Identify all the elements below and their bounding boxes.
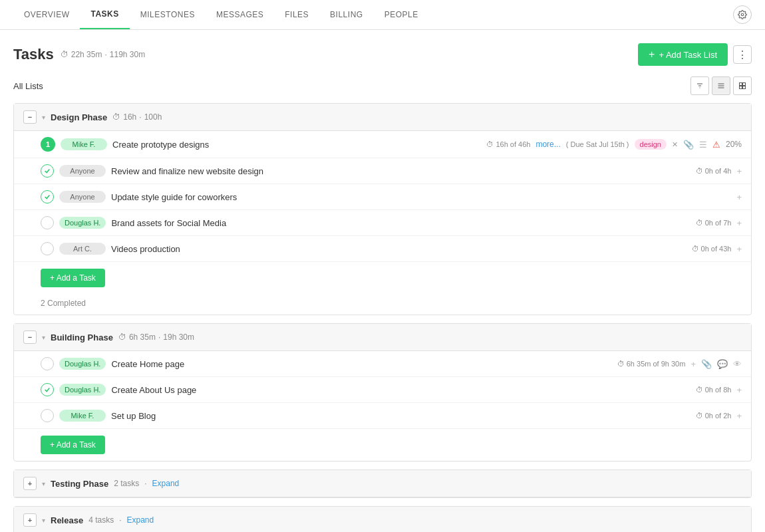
testing-phase-section: + ▾ Testing Phase 2 tasks · Expand [13, 469, 752, 498]
task-time: ⏱ 0h of 2h [696, 412, 732, 420]
completed-area: 2 Completed [14, 294, 751, 315]
task-row: 1 Mike F. Create prototype designs ⏱ 16h… [14, 131, 751, 158]
assignee-badge[interactable]: Anyone [59, 165, 106, 177]
building-phase-meta: ⏱ 6h 35m · 19h 30m [118, 332, 194, 342]
add-time-icon[interactable]: + [736, 385, 742, 395]
task-count: 4 tasks [88, 515, 114, 525]
clock-icon-xs: ⏱ [486, 140, 494, 148]
completed-label[interactable]: 2 Completed [41, 299, 86, 308]
all-lists-bar: All Lists [13, 76, 752, 95]
assignee-badge[interactable]: Anyone [59, 191, 106, 203]
time-tracked: 22h 35m [71, 50, 102, 59]
task-progress: 20% [726, 140, 742, 149]
tasks-meta: ⏱ 22h 35m · 119h 30m [61, 50, 145, 59]
add-task-list-button[interactable]: + + Add Task List [638, 43, 728, 66]
task-name[interactable]: Update style guide for coworkers [111, 192, 731, 202]
nav-milestones[interactable]: MILESTONES [130, 1, 206, 29]
more-options-button[interactable]: ⋮ [733, 45, 752, 64]
release-section: + ▾ Release 4 tasks · Expand [13, 506, 752, 532]
time-total: 119h 30m [110, 50, 145, 59]
task-name[interactable]: Brand assets for Social Media [111, 218, 690, 228]
task-checkbox[interactable] [41, 216, 54, 229]
settings-icon[interactable] [733, 5, 752, 24]
svg-point-0 [741, 13, 744, 16]
assignee-badge[interactable]: Douglas H. [59, 217, 106, 229]
assignee-badge[interactable]: Mike F. [59, 410, 106, 422]
chevron-right-icon: ▾ [42, 480, 45, 487]
collapse-building-phase-button[interactable]: − [23, 331, 37, 344]
chevron-down-icon: ▾ [42, 334, 45, 341]
clock-icon-xs: ⏱ [696, 167, 703, 175]
chevron-right-icon: ▾ [42, 517, 45, 524]
list-icon[interactable]: ☰ [699, 140, 707, 150]
clock-icon-xs: ⏱ [696, 412, 703, 420]
expand-link[interactable]: Expand [127, 515, 154, 525]
plus-icon: + [649, 49, 655, 61]
task-time: ⏱ 0h of 8h [696, 386, 732, 394]
clock-icon: ⏱ [61, 50, 69, 59]
assignee-badge[interactable]: Art C. [59, 243, 106, 255]
more-link[interactable]: more... [536, 140, 560, 149]
view-controls [690, 76, 752, 95]
task-row: Douglas H. Create Home page ⏱ 6h 35m of … [14, 351, 751, 377]
nav-overview[interactable]: OVERVIEW [13, 1, 80, 29]
collapse-design-phase-button[interactable]: − [23, 110, 37, 124]
add-task-button[interactable]: + Add a Task [41, 436, 105, 454]
task-name[interactable]: Create About Us page [111, 385, 690, 395]
assignee-badge[interactable]: Mike F. [61, 138, 107, 150]
task-checkbox[interactable] [41, 357, 54, 370]
nav-billing[interactable]: BILLING [319, 1, 374, 29]
list-view-button[interactable] [712, 76, 730, 95]
tasks-actions: + + Add Task List ⋮ [638, 43, 752, 66]
building-phase-title: Building Phase [51, 332, 113, 342]
design-phase-header: − ▾ Design Phase ⏱ 16h · 100h [14, 104, 751, 131]
chevron-down-icon: ▾ [42, 114, 45, 121]
expand-link[interactable]: Expand [152, 479, 180, 488]
task-checkbox[interactable] [41, 383, 54, 396]
task-checkbox[interactable] [41, 190, 54, 203]
eye-icon[interactable]: 👁 [733, 359, 742, 369]
alert-icon[interactable]: ⚠ [712, 140, 720, 150]
task-checkbox[interactable] [41, 409, 54, 422]
task-name[interactable]: Create prototype designs [112, 140, 481, 150]
task-name[interactable]: Set up Blog [111, 411, 690, 421]
nav-tasks[interactable]: TASKS [80, 0, 129, 29]
grid-view-button[interactable] [733, 76, 752, 95]
design-tag[interactable]: design [635, 139, 667, 150]
task-count: 2 tasks [114, 479, 139, 488]
assignee-badge[interactable]: Douglas H. [59, 358, 106, 370]
task-time: ⏱ 0h of 7h [696, 219, 732, 227]
add-time-icon[interactable]: + [736, 218, 742, 228]
task-row: Douglas H. Create About Us page ⏱ 0h of … [14, 377, 751, 403]
add-task-button[interactable]: + Add a Task [41, 269, 105, 287]
task-checkbox[interactable] [41, 242, 54, 255]
filter-button[interactable] [690, 76, 709, 95]
expand-release-button[interactable]: + [23, 513, 37, 527]
add-time-icon[interactable]: + [690, 359, 696, 369]
task-checkbox[interactable] [41, 164, 54, 178]
svg-rect-10 [743, 86, 746, 89]
task-time: ⏱ 16h of 46h [486, 140, 530, 148]
add-time-icon[interactable]: + [736, 244, 742, 254]
nav-messages[interactable]: MESSAGES [206, 1, 274, 29]
expand-testing-phase-button[interactable]: + [23, 477, 37, 490]
task-name[interactable]: Create Home page [111, 359, 611, 369]
assignee-badge[interactable]: Douglas H. [59, 384, 106, 396]
task-name[interactable]: Videos production [111, 244, 687, 254]
nav-people[interactable]: PEOPLE [374, 1, 429, 29]
tasks-header: Tasks ⏱ 22h 35m · 119h 30m + + Add Task … [13, 43, 752, 66]
page-title: Tasks [13, 46, 54, 63]
paperclip-icon[interactable]: 📎 [701, 359, 712, 369]
task-name[interactable]: Review and finalize new website design [111, 166, 690, 176]
add-time-icon[interactable]: + [736, 411, 742, 421]
design-phase-meta: ⏱ 16h · 100h [112, 112, 162, 122]
add-time-icon[interactable]: + [736, 192, 742, 202]
task-time: ⏱ 0h of 4h [696, 167, 732, 175]
task-row: Anyone Update style guide for coworkers … [14, 184, 751, 210]
add-time-icon[interactable]: + [736, 166, 742, 176]
paperclip-icon[interactable]: 📎 [683, 140, 694, 150]
tag-remove-icon[interactable]: ✕ [672, 140, 678, 149]
nav-files[interactable]: FILES [274, 1, 319, 29]
svg-rect-9 [740, 86, 742, 89]
comment-icon[interactable]: 💬 [717, 359, 728, 369]
